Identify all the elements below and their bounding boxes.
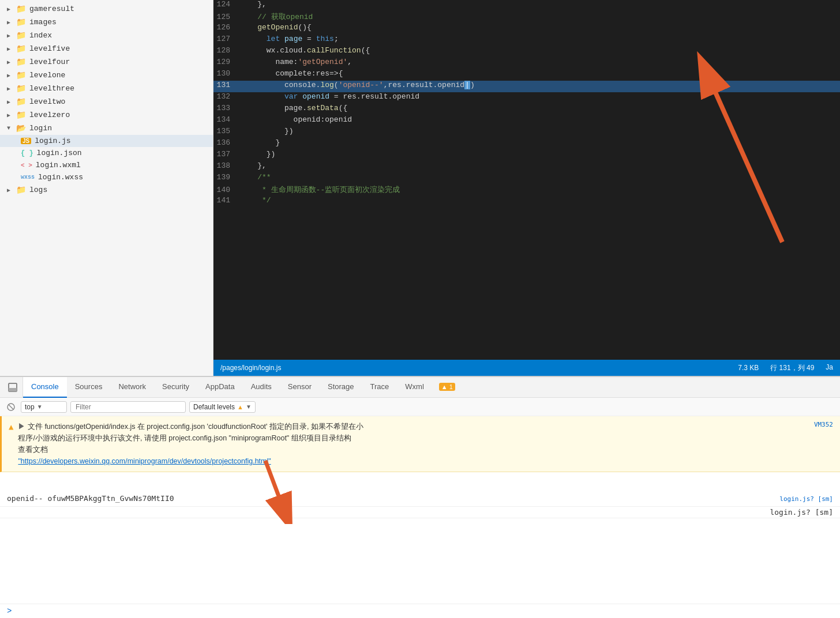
tab-storage-label: Storage <box>328 382 354 391</box>
line-number: 126 <box>213 23 239 32</box>
tree-item-login-js[interactable]: JS login.js <box>0 135 213 147</box>
tree-item-login[interactable]: ▼ 📂 login <box>0 122 213 135</box>
tab-appdata[interactable]: AppData <box>197 377 243 398</box>
wxml-badge: < > <box>21 162 32 169</box>
tree-item-levelzero[interactable]: ▶ 📁 levelzero <box>0 108 213 122</box>
line-code: wx.cloud.callFunction({ <box>239 46 370 55</box>
filter-input[interactable] <box>70 401 186 413</box>
devtools-toolbar: top ▼ Default levels ▲ ▼ <box>0 398 840 416</box>
tree-label: logs <box>29 186 47 194</box>
console-arrow-area: openid-- ofuwM5BPAkggTtn_GvwNs70MtII0 lo… <box>0 472 840 507</box>
code-line-131: 131 console.log('openid--',res.result.op… <box>213 81 840 92</box>
line-number: 132 <box>213 92 239 101</box>
code-line-132: 132 var openid = res.result.openid <box>213 92 840 104</box>
line-code: }) <box>239 150 275 159</box>
devtools-tabs: Console Sources Network Security AppData… <box>0 377 840 398</box>
line-number: 137 <box>213 150 239 159</box>
arrow-icon: ▶ <box>7 59 14 66</box>
tree-label: login.wxss <box>38 173 83 182</box>
json-badge: { } <box>21 149 33 157</box>
code-line-124: 124 }, <box>213 0 840 12</box>
warning-triangle-icon: ▲ <box>9 422 13 431</box>
line-code: name:'getOpenid', <box>239 58 352 66</box>
js-badge: JS <box>21 138 31 144</box>
line-code: }, <box>239 161 267 170</box>
clear-console-button[interactable] <box>5 401 17 413</box>
console-output[interactable]: ▲ ▶ 文件 functions/getOpenid/index.js 在 pr… <box>0 416 840 604</box>
line-number: 131 <box>213 81 239 89</box>
tab-network[interactable]: Network <box>110 377 154 398</box>
line-code: complete:res=>{ <box>239 69 343 78</box>
tab-security-label: Security <box>162 382 189 391</box>
devtools-dock-button[interactable] <box>2 377 23 398</box>
tree-item-levelone[interactable]: ▶ 📁 levelone <box>0 69 213 82</box>
tab-trace[interactable]: Trace <box>362 377 397 398</box>
line-number: 135 <box>213 127 239 135</box>
folder-icon: 📁 <box>16 17 26 27</box>
folder-icon: 📁 <box>16 70 26 80</box>
console-input[interactable] <box>15 607 833 616</box>
console-log-row: openid-- ofuwM5BPAkggTtn_GvwNs70MtII0 lo… <box>0 491 840 507</box>
log-source-row: login.js? [sm] <box>0 507 840 518</box>
line-code: } <box>239 138 280 147</box>
folder-icon: 📁 <box>16 185 26 195</box>
tab-security[interactable]: Security <box>154 377 197 398</box>
tab-sensor[interactable]: Sensor <box>280 377 320 398</box>
chevron-down-icon2: ▼ <box>246 404 252 410</box>
code-line-140: 140 * 生命周期函数--监听页面初次渲染完成 <box>213 184 840 196</box>
tree-item-levelthree[interactable]: ▶ 📁 levelthree <box>0 82 213 95</box>
tab-wxml[interactable]: Wxml <box>397 377 432 398</box>
log-source-1[interactable]: login.js? [sm] <box>779 495 833 503</box>
warning-source[interactable]: VM352 <box>814 421 833 428</box>
warning-link[interactable]: "https://developers.weixin.qq.com/minipr… <box>18 457 271 465</box>
status-bar: /pages/login/login.js 7.3 KB 行 131，列 49 … <box>213 360 840 376</box>
arrow-icon: ▶ <box>7 72 14 79</box>
context-selector[interactable]: top ▼ <box>21 401 67 413</box>
tab-console[interactable]: Console <box>23 377 67 398</box>
tree-item-index[interactable]: ▶ 📁 index <box>0 29 213 42</box>
line-code: /** <box>239 173 271 182</box>
code-line-126: 126 getOpenid(){ <box>213 23 840 35</box>
line-code: openid:openid <box>239 115 352 124</box>
tree-item-levelfive[interactable]: ▶ 📁 levelfive <box>0 42 213 55</box>
tab-audits-label: Audits <box>251 382 272 391</box>
code-line-130: 130 complete:res=>{ <box>213 69 840 81</box>
console-warning-row: ▲ ▶ 文件 functions/getOpenid/index.js 在 pr… <box>0 416 840 472</box>
log-source-2[interactable]: login.js? [sm] <box>770 508 833 517</box>
tab-sources[interactable]: Sources <box>67 377 111 398</box>
status-right: 行 131，列 49 Ja <box>770 363 833 373</box>
warning-badge: ▲ 1 <box>439 383 455 391</box>
arrow-icon: ▶ <box>7 32 14 39</box>
warning-expand-icon[interactable]: ▶ <box>18 423 25 431</box>
clear-icon <box>7 403 15 411</box>
tree-label: levelfour <box>29 58 70 66</box>
default-levels-selector[interactable]: Default levels ▲ ▼ <box>189 401 256 413</box>
tab-storage[interactable]: Storage <box>320 377 362 398</box>
tree-item-login-wxss[interactable]: wxss login.wxss <box>0 171 213 183</box>
devtools-panel: Console Sources Network Security AppData… <box>0 376 840 618</box>
arrow-icon: ▶ <box>7 187 14 194</box>
tree-item-gameresult[interactable]: ▶ 📁 gameresult <box>0 2 213 16</box>
tree-label: index <box>29 31 52 40</box>
line-number: 138 <box>213 161 239 170</box>
status-lang: Ja <box>826 363 833 373</box>
tree-label: login.wxml <box>36 161 81 169</box>
warning-levels-icon: ▲ <box>237 404 243 410</box>
svg-rect-3 <box>9 388 17 391</box>
arrow-icon: ▶ <box>7 6 14 13</box>
tree-item-login-json[interactable]: { } login.json <box>0 147 213 159</box>
code-line-129: 129 name:'getOpenid', <box>213 58 840 69</box>
tab-audits[interactable]: Audits <box>243 377 280 398</box>
tree-item-images[interactable]: ▶ 📁 images <box>0 16 213 29</box>
code-content[interactable]: 124 }, 125 // 获取openid 126 getOpenid(){ <box>213 0 840 360</box>
tree-item-levelfour[interactable]: ▶ 📁 levelfour <box>0 55 213 69</box>
tree-label: images <box>29 18 57 27</box>
log-text: openid-- ofuwM5BPAkggTtn_GvwNs70MtII0 <box>7 494 775 503</box>
warning-text: ▶ 文件 functions/getOpenid/index.js 在 proj… <box>18 421 809 467</box>
tree-item-logs[interactable]: ▶ 📁 logs <box>0 183 213 197</box>
tree-item-login-wxml[interactable]: < > login.wxml <box>0 159 213 171</box>
wxss-badge: wxss <box>21 174 35 180</box>
line-number: 140 <box>213 186 239 194</box>
file-tree: ▶ 📁 gameresult ▶ 📁 images ▶ 📁 index ▶ 📁 … <box>0 0 213 376</box>
tree-item-leveltwo[interactable]: ▶ 📁 leveltwo <box>0 95 213 108</box>
